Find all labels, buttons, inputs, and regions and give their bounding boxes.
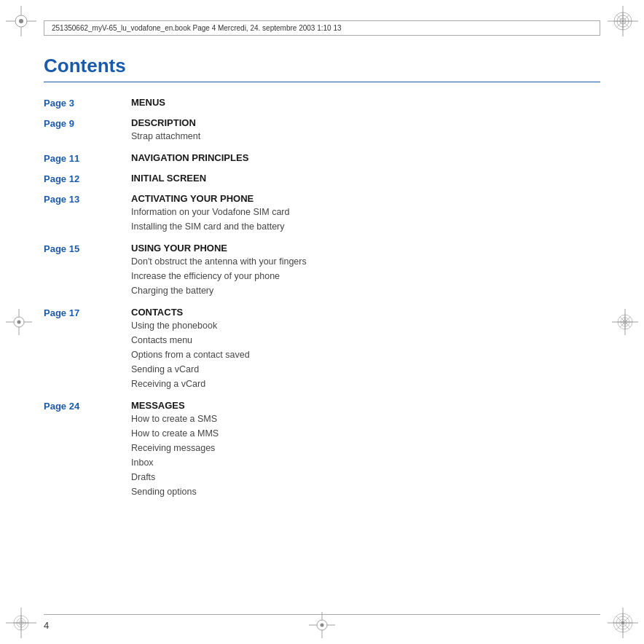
toc-heading: DESCRIPTION: [131, 117, 600, 128]
toc-page-label: Page 13: [44, 193, 131, 205]
bottom-center-deco: [309, 612, 335, 638]
toc-sub-item: Receiving a vCard: [131, 377, 600, 391]
bottom-divider: [44, 614, 600, 615]
toc-heading: ACTIVATING YOUR PHONE: [131, 193, 600, 204]
toc-row: Page 24MESSAGESHow to create a SMSHow to…: [44, 400, 600, 499]
toc-page-label: Page 11: [44, 152, 131, 164]
toc-content: NAVIGATION PRINCIPLES: [131, 152, 600, 164]
toc-row: Page 12INITIAL SCREEN: [44, 173, 600, 184]
toc-sub-item: Inbox: [131, 455, 600, 470]
toc-page-label: Page 9: [44, 117, 131, 129]
toc-row: Page 11NAVIGATION PRINCIPLES: [44, 152, 600, 164]
toc-content: ACTIVATING YOUR PHONEInformation on your…: [131, 193, 600, 234]
toc-sub-item: Contacts menu: [131, 333, 600, 347]
toc-content: CONTACTSUsing the phonebookContacts menu…: [131, 307, 600, 391]
corner-br-deco: [608, 608, 638, 638]
toc-sub-item: Sending a vCard: [131, 362, 600, 377]
toc-content: DESCRIPTIONStrap attachment: [131, 117, 600, 144]
toc-content: USING YOUR PHONEDon't obstruct the anten…: [131, 243, 600, 298]
toc-sub-item: Using the phonebook: [131, 318, 600, 333]
toc-row: Page 9DESCRIPTIONStrap attachment: [44, 117, 600, 144]
right-mid-deco: [612, 309, 638, 335]
toc-sub-item: Increase the efficiency of your phone: [131, 269, 600, 283]
toc-sub-item: Charging the battery: [131, 283, 600, 298]
toc-sub-item: Options from a contact saved: [131, 347, 600, 362]
toc-heading: MESSAGES: [131, 400, 600, 411]
toc-sub-item: Drafts: [131, 470, 600, 484]
toc-row: Page 3MENUS: [44, 97, 600, 109]
toc-sub-item: Don't obstruct the antenna with your fin…: [131, 254, 600, 269]
page: 251350662_myV-65_lu_vodafone_en.book Pag…: [0, 0, 644, 644]
toc-row: Page 13ACTIVATING YOUR PHONEInformation …: [44, 193, 600, 234]
toc-list: Page 3MENUSPage 9DESCRIPTIONStrap attach…: [44, 97, 600, 499]
toc-sub-item: Information on your Vodafone SIM card: [131, 205, 600, 219]
toc-page-label: Page 15: [44, 243, 131, 254]
toc-heading: INITIAL SCREEN: [131, 173, 600, 184]
toc-heading: USING YOUR PHONE: [131, 243, 600, 254]
toc-page-label: Page 3: [44, 97, 131, 109]
toc-sub-item: Receiving messages: [131, 441, 600, 455]
toc-page-label: Page 12: [44, 173, 131, 184]
toc-heading: CONTACTS: [131, 307, 600, 318]
toc-page-label: Page 17: [44, 307, 131, 318]
toc-sub-item: Sending options: [131, 484, 600, 499]
corner-tr-deco: [608, 6, 638, 36]
corner-bl-deco: [6, 608, 36, 638]
main-content: Contents Page 3MENUSPage 9DESCRIPTIONStr…: [44, 55, 600, 608]
svg-point-36: [321, 624, 324, 627]
toc-row: Page 15USING YOUR PHONEDon't obstruct th…: [44, 243, 600, 298]
header-bar: 251350662_myV-65_lu_vodafone_en.book Pag…: [44, 20, 600, 36]
toc-sub-item: Strap attachment: [131, 129, 600, 144]
toc-sub-item: How to create a SMS: [131, 412, 600, 426]
page-number: 4: [44, 620, 49, 631]
toc-content: MENUS: [131, 97, 600, 109]
toc-content: INITIAL SCREEN: [131, 173, 600, 184]
toc-row: Page 17CONTACTSUsing the phonebookContac…: [44, 307, 600, 391]
toc-page-label: Page 24: [44, 400, 131, 412]
title-divider: [44, 82, 600, 82]
toc-heading: MENUS: [131, 97, 600, 108]
page-title: Contents: [44, 55, 600, 77]
toc-heading: NAVIGATION PRINCIPLES: [131, 152, 600, 163]
corner-tl-deco: [6, 6, 36, 36]
file-info: 251350662_myV-65_lu_vodafone_en.book Pag…: [52, 24, 342, 32]
toc-content: MESSAGESHow to create a SMSHow to create…: [131, 400, 600, 499]
svg-point-16: [17, 321, 21, 324]
left-mid-deco: [6, 309, 32, 335]
toc-sub-item: How to create a MMS: [131, 426, 600, 441]
svg-point-3: [19, 19, 23, 23]
toc-sub-item: Installing the SIM card and the battery: [131, 219, 600, 234]
